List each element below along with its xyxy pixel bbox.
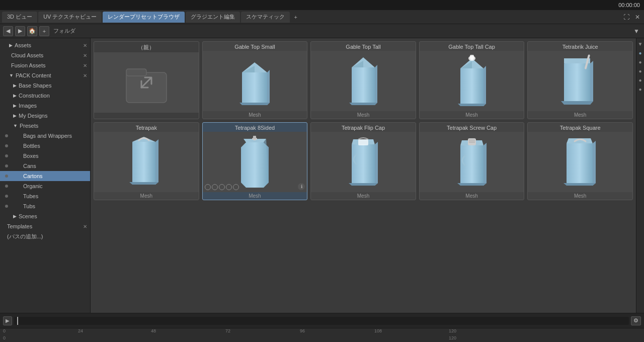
svg-rect-2 [242, 72, 267, 105]
sidebar-item-base-shapes[interactable]: ▶ Base Shapes [0, 80, 90, 91]
card-title: Gable Top Small [203, 42, 307, 51]
ruler-b0: 0 [3, 335, 6, 340]
card-title: Tetrapak [94, 123, 199, 132]
ruler-numbers: 0 24 48 72 96 108 120 [0, 328, 644, 335]
sidebar-item-scenes[interactable]: ▶ Scenes [0, 211, 90, 221]
svg-rect-1 [126, 69, 146, 76]
tab-render[interactable]: レンダープリセットブラウザ [103, 12, 185, 23]
close-fusion[interactable]: ✕ [83, 63, 87, 68]
nav-plus-button[interactable]: + [39, 26, 49, 36]
svg-marker-28 [241, 142, 269, 188]
ruler-96: 96 [300, 328, 305, 333]
nav-back-button[interactable]: ◀ [3, 26, 13, 36]
card-gable-top-tall-cap[interactable]: Gable Top Tall Cap [419, 41, 525, 119]
sidebar-item-tubs[interactable]: Tubs [0, 201, 90, 211]
expand-icon[interactable]: ⛶ [622, 13, 631, 22]
card-label [145, 113, 147, 115]
panel-icon-4[interactable]: ● [637, 76, 644, 83]
tab-add-button[interactable]: + [291, 13, 300, 21]
close-pack[interactable]: ✕ [83, 73, 87, 78]
svg-marker-6 [239, 103, 270, 105]
card-tetrapak-flip-cap[interactable]: Tetrapak Flip Cap [310, 122, 416, 200]
close-assets[interactable]: ✕ [83, 43, 87, 48]
sidebar-item-images[interactable]: ▶ Images [0, 101, 90, 111]
card-tetrapak-screw-cap[interactable]: Tetrapak Screw Cap [419, 122, 525, 200]
panel-icon-5[interactable]: ● [637, 86, 644, 93]
sidebar-item-path-add[interactable]: (パスの追加...) [0, 231, 90, 241]
right-panel: ▼ ● ● ● ● ● [636, 38, 644, 313]
close-icon[interactable]: ✕ [633, 13, 642, 22]
close-templates[interactable]: ✕ [83, 224, 87, 229]
svg-marker-15 [484, 66, 486, 106]
card-gable-top-tall[interactable]: Gable Top Tall [310, 41, 416, 119]
sidebar-item-presets[interactable]: ▼ Presets [0, 121, 90, 131]
timeline-settings-btn[interactable]: ⚙ [631, 316, 641, 325]
card-label: Mesh [248, 192, 262, 200]
card-tetrapak-8sided[interactable]: Tetrapak 8Sided [202, 122, 308, 200]
sidebar-item-my-designs[interactable]: ▶ My Designs [0, 111, 90, 121]
sidebar-item-pack[interactable]: ▼ PACK Content ✕ [0, 70, 90, 80]
svg-rect-17 [470, 55, 474, 59]
sidebar-item-cloud[interactable]: Cloud Assets ✕ [0, 50, 90, 60]
card-label: Mesh [356, 192, 370, 200]
card-parent[interactable]: （親） [94, 41, 199, 119]
top-bar: 00:00:00 [0, 0, 644, 10]
panel-icon-1[interactable]: ● [637, 49, 644, 56]
sidebar: ▶ Assets ✕ Cloud Assets ✕ Fusion Assets … [0, 38, 91, 313]
svg-marker-10 [375, 65, 377, 105]
sidebar-item-tubes[interactable]: Tubes [0, 191, 90, 201]
sidebar-item-fusion[interactable]: Fusion Assets ✕ [0, 60, 90, 70]
sidebar-item-boxes[interactable]: Boxes [0, 151, 90, 161]
panel-icon-2[interactable]: ● [637, 58, 644, 65]
nav-forward-button[interactable]: ▶ [15, 26, 25, 36]
tab-bar: 3D ビュー UV テクスチャビュー レンダープリセットブラウザ グラジエント編… [0, 10, 644, 24]
folder-label: フォルダ [53, 27, 75, 35]
card-image [94, 132, 199, 192]
tab-uv[interactable]: UV テクスチャビュー [38, 12, 102, 23]
timeline-play-toggle[interactable]: ▶ [3, 316, 12, 325]
card-image [94, 52, 199, 113]
svg-rect-24 [132, 142, 155, 185]
panel-icon-3[interactable]: ● [637, 67, 644, 74]
timeline-track[interactable] [14, 317, 629, 325]
sidebar-item-cartons[interactable]: Cartons [0, 171, 90, 181]
asset-grid: （親） Gable Top Small [94, 41, 633, 200]
nav-home-button[interactable]: 🏠 [27, 26, 37, 36]
ruler-108: 108 [374, 328, 382, 333]
filter-icon[interactable]: ▼ [632, 27, 641, 36]
sidebar-item-organic[interactable]: Organic [0, 181, 90, 191]
tab-3d[interactable]: 3D ビュー [2, 12, 37, 23]
card-tetrapak[interactable]: Tetrapak [94, 122, 199, 200]
svg-marker-5 [267, 70, 270, 105]
content-grid: （親） Gable Top Small [91, 38, 636, 313]
tab-gradient[interactable]: グラジエント編集 [186, 12, 240, 23]
star-3 [219, 184, 225, 190]
card-title: Tetrabrik Juice [528, 42, 632, 51]
card-gable-top-small[interactable]: Gable Top Small [202, 41, 308, 119]
sidebar-item-bags[interactable]: Bags and Wrappers [0, 131, 90, 141]
svg-rect-19 [564, 63, 590, 105]
ruler-120a: 120 [449, 328, 456, 333]
svg-rect-12 [460, 68, 484, 106]
tab-schematic[interactable]: スケマティック [241, 12, 290, 23]
timeline-bar: ▶ ⚙ [0, 313, 644, 328]
sidebar-item-assets[interactable]: ▶ Assets ✕ [0, 40, 90, 50]
card-image [528, 132, 632, 192]
filter-panel-icon[interactable]: ▼ [637, 40, 644, 47]
ruler-bottom: 0 120 [0, 335, 644, 342]
card-tetrabrik-juice[interactable]: Tetrabrik Juice [527, 41, 633, 119]
svg-marker-43 [484, 143, 487, 186]
card-tetrapak-square[interactable]: Tetrapak Square [527, 122, 633, 200]
svg-marker-37 [349, 183, 378, 186]
sidebar-item-templates[interactable]: Templates ✕ [0, 221, 90, 231]
sidebar-item-bottles[interactable]: Bottles [0, 141, 90, 151]
sidebar-item-cans[interactable]: Cans [0, 161, 90, 171]
card-title: Tetrapak Square [528, 123, 632, 132]
svg-marker-18 [458, 104, 486, 106]
sidebar-item-construction[interactable]: ▶ Construction [0, 91, 90, 101]
star-1 [205, 184, 211, 190]
card-image [420, 132, 524, 192]
close-cloud[interactable]: ✕ [83, 53, 87, 58]
info-button[interactable]: ℹ [298, 183, 305, 190]
card-label: Mesh [464, 111, 478, 119]
